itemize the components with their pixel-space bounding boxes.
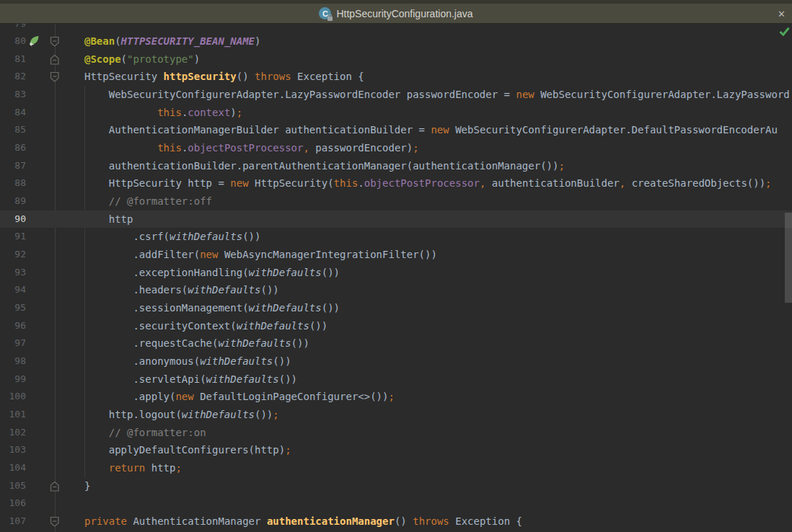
code-line-88[interactable]: 88 HttpSecurity http = new HttpSecurity(… (0, 174, 792, 192)
code-line-91[interactable]: 91 .csrf(withDefaults()) (0, 228, 792, 246)
inspections-ok-icon[interactable] (779, 25, 790, 39)
line-number: 86 (0, 139, 26, 157)
code-text: .headers(withDefaults()) (84, 281, 279, 299)
code-line-107[interactable]: 107private AuthenticationManager authent… (0, 513, 792, 531)
code-line-100[interactable]: 100 .apply(new DefaultLoginPageConfigure… (0, 388, 792, 406)
code-text: .requestCache(withDefaults()) (84, 334, 309, 353)
code-text: } (84, 477, 90, 495)
code-text: .securityContext(withDefaults()) (84, 317, 327, 335)
code-text: authenticationBuilder.parentAuthenticati… (84, 157, 565, 175)
code-text: this.objectPostProcessor, passwordEncode… (84, 139, 419, 157)
read-only-lock-icon (327, 17, 333, 21)
code-line-96[interactable]: 96 .securityContext(withDefaults()) (0, 317, 792, 335)
code-editor[interactable]: 7980@Bean(HTTPSECURITY_BEAN_NAME)81@Scop… (0, 24, 792, 532)
code-text: .anonymous(withDefaults()) (84, 353, 291, 371)
code-text: private AuthenticationManager authentica… (84, 513, 522, 531)
window-title-bar[interactable]: C HttpSecurityConfiguration.java ✕ (0, 0, 792, 24)
code-line-103[interactable]: 103 applyDefaultConfigurers(http); (0, 441, 792, 459)
close-icon[interactable]: ✕ (778, 9, 786, 18)
code-line-101[interactable]: 101 http.logout(withDefaults()); (0, 406, 792, 424)
code-line-105[interactable]: 105} (0, 477, 792, 495)
line-number: 94 (0, 281, 26, 299)
line-number: 83 (0, 86, 26, 104)
code-text: .csrf(withDefaults()) (84, 228, 260, 246)
code-line-87[interactable]: 87 authenticationBuilder.parentAuthentic… (0, 157, 792, 175)
line-number: 101 (0, 406, 26, 424)
line-number: 92 (0, 246, 26, 264)
code-line-92[interactable]: 92 .addFilter(new WebAsyncManagerIntegra… (0, 246, 792, 264)
line-number: 96 (0, 317, 26, 335)
vertical-scrollbar-thumb[interactable] (785, 213, 792, 303)
code-text: .sessionManagement(withDefaults()) (84, 299, 340, 317)
line-number: 90 (0, 210, 26, 229)
code-text: // @formatter:on (84, 424, 206, 442)
code-line-104[interactable]: 104 return http; (0, 459, 792, 477)
code-line-95[interactable]: 95 .sessionManagement(withDefaults()) (0, 299, 792, 317)
line-number: 89 (0, 192, 26, 210)
fold-region-end-icon[interactable] (50, 53, 60, 65)
line-number: 107 (0, 513, 26, 531)
line-number: 97 (0, 334, 26, 353)
code-text: // @formatter:off (84, 192, 212, 210)
code-line-79[interactable]: 79 (0, 24, 792, 32)
code-text: http (84, 210, 133, 229)
spring-bean-icon[interactable] (27, 35, 40, 48)
line-number: 95 (0, 299, 26, 317)
code-line-83[interactable]: 83 WebSecurityConfigurerAdapter.LazyPass… (0, 86, 792, 104)
line-number: 80 (0, 32, 26, 50)
code-area: 7980@Bean(HTTPSECURITY_BEAN_NAME)81@Scop… (0, 24, 792, 531)
code-line-81[interactable]: 81@Scope("prototype") (0, 50, 792, 68)
line-number: 106 (0, 495, 26, 513)
line-number: 85 (0, 121, 26, 139)
editor-window: C HttpSecurityConfiguration.java ✕ 7980@… (0, 0, 792, 532)
window-title: HttpSecurityConfiguration.java (336, 8, 472, 19)
code-text: applyDefaultConfigurers(http); (84, 441, 291, 459)
code-text: @Bean(HTTPSECURITY_BEAN_NAME) (84, 32, 260, 50)
line-number: 100 (0, 388, 26, 406)
code-line-89[interactable]: 89 // @formatter:off (0, 192, 792, 210)
line-number: 103 (0, 441, 26, 459)
fold-region-start-icon[interactable] (50, 515, 60, 527)
code-line-85[interactable]: 85 AuthenticationManagerBuilder authenti… (0, 121, 792, 139)
line-number: 91 (0, 228, 26, 246)
code-line-99[interactable]: 99 .servletApi(withDefaults()) (0, 371, 792, 389)
line-number: 102 (0, 424, 26, 442)
code-line-86[interactable]: 86 this.objectPostProcessor, passwordEnc… (0, 139, 792, 157)
code-line-90[interactable]: 90 http (0, 210, 792, 229)
code-text: @Scope("prototype") (84, 50, 200, 68)
code-line-106[interactable]: 106 (0, 495, 792, 513)
code-line-97[interactable]: 97 .requestCache(withDefaults()) (0, 334, 792, 353)
fold-region-end-icon[interactable] (50, 480, 60, 492)
code-text: WebSecurityConfigurerAdapter.LazyPasswor… (84, 86, 790, 104)
line-number: 79 (0, 24, 26, 32)
code-line-82[interactable]: 82HttpSecurity httpSecurity() throws Exc… (0, 68, 792, 86)
code-text: .servletApi(withDefaults()) (84, 371, 297, 389)
line-number: 87 (0, 157, 26, 175)
code-text: HttpSecurity httpSecurity() throws Excep… (84, 68, 364, 86)
code-text: this.context); (84, 104, 242, 122)
line-number: 81 (0, 50, 26, 68)
line-number: 93 (0, 264, 26, 282)
code-line-98[interactable]: 98 .anonymous(withDefaults()) (0, 353, 792, 371)
code-text: .exceptionHandling(withDefaults()) (84, 264, 340, 282)
title-group: C HttpSecurityConfiguration.java (319, 7, 472, 19)
code-text: return http; (84, 459, 182, 477)
fold-region-start-icon[interactable] (50, 35, 60, 47)
line-number: 105 (0, 477, 26, 495)
line-number: 104 (0, 459, 26, 477)
code-line-93[interactable]: 93 .exceptionHandling(withDefaults()) (0, 264, 792, 282)
line-number: 99 (0, 371, 26, 389)
fold-region-start-icon[interactable] (50, 71, 60, 82)
code-text: .addFilter(new WebAsyncManagerIntegratio… (84, 246, 437, 264)
code-line-84[interactable]: 84 this.context); (0, 104, 792, 122)
java-class-icon: C (319, 7, 331, 19)
code-text: AuthenticationManagerBuilder authenticat… (84, 121, 778, 139)
line-number: 88 (0, 174, 26, 192)
code-text: http.logout(withDefaults()); (84, 406, 279, 424)
code-line-80[interactable]: 80@Bean(HTTPSECURITY_BEAN_NAME) (0, 32, 792, 50)
line-number: 84 (0, 104, 26, 122)
code-line-94[interactable]: 94 .headers(withDefaults()) (0, 281, 792, 299)
code-text: HttpSecurity http = new HttpSecurity(thi… (84, 174, 772, 192)
line-number: 98 (0, 353, 26, 371)
code-line-102[interactable]: 102 // @formatter:on (0, 424, 792, 442)
